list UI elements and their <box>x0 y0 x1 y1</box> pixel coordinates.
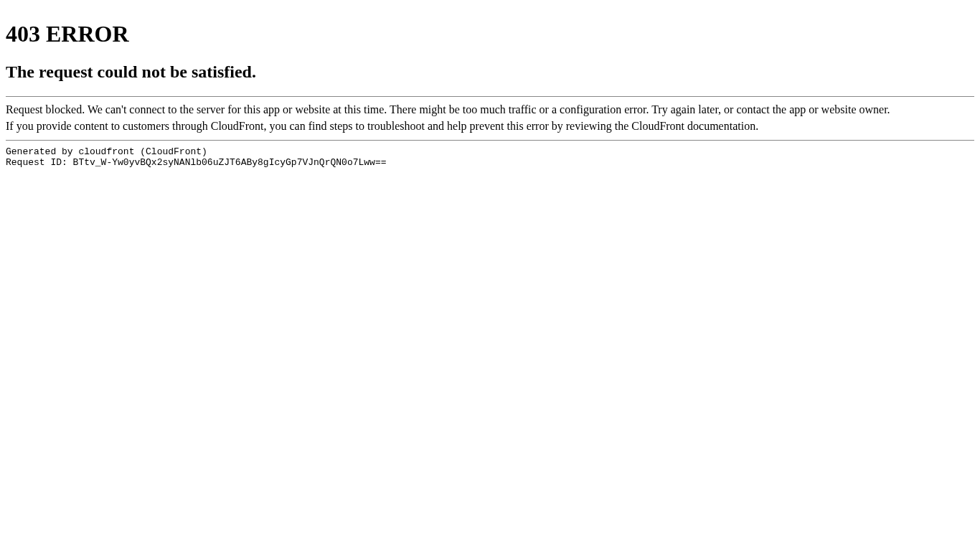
error-message-line-1: Request blocked. We can't connect to the… <box>6 103 974 118</box>
request-metadata: Generated by cloudfront (CloudFront) Req… <box>6 146 974 168</box>
error-subheading: The request could not be satisfied. <box>6 62 974 82</box>
divider-bottom <box>6 140 974 141</box>
generated-by-line: Generated by cloudfront (CloudFront) <box>6 146 207 157</box>
error-heading: 403 ERROR <box>6 21 974 47</box>
request-id-line: Request ID: BTtv_W-Yw0yvBQx2syNANlb06uZJ… <box>6 157 387 168</box>
divider-top <box>6 96 974 97</box>
error-message-line-2: If you provide content to customers thro… <box>6 119 974 134</box>
